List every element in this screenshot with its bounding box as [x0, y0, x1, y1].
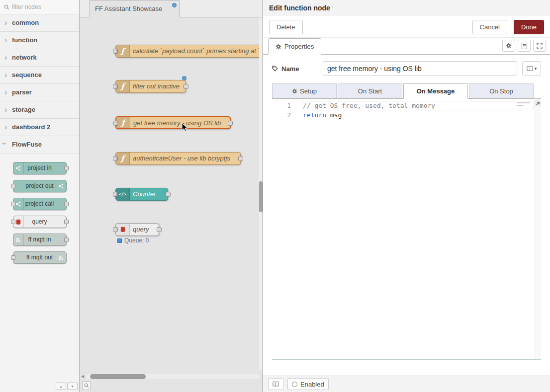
output-port[interactable]: [64, 202, 69, 206]
book-icon: [527, 66, 533, 72]
enabled-toggle[interactable]: Enabled: [287, 378, 329, 390]
palette-node-query[interactable]: query: [13, 216, 67, 228]
palette-category-flowfuse[interactable]: › FlowFuse: [0, 136, 79, 154]
palette-node-ff-mqtt-in[interactable]: ff mqtt in: [13, 234, 67, 246]
unsaved-changes-dot: [172, 3, 177, 7]
input-port[interactable]: [11, 184, 15, 188]
node-appearance-button[interactable]: [533, 40, 546, 52]
code-comment: // get OS free, used, total memory: [291, 101, 435, 110]
expand-editor-button[interactable]: [535, 100, 541, 106]
output-port[interactable]: [64, 237, 69, 242]
vertical-scrollbar[interactable]: [259, 17, 263, 370]
palette-flowfuse-nodes: project in project out project call quer…: [0, 154, 79, 273]
chevron-up-icon: ▴: [60, 385, 62, 389]
name-input[interactable]: [323, 61, 517, 76]
edit-dialog: Edit function node Delete Cancel Done Pr…: [263, 0, 550, 392]
flow-node-calculate-primes[interactable]: ƒ calculate `payload.count` primes start…: [115, 45, 263, 58]
cancel-button[interactable]: Cancel: [472, 20, 507, 34]
project-share-icon: [13, 162, 24, 174]
palette-category-label: function: [12, 36, 37, 44]
output-port[interactable]: [166, 192, 171, 197]
editor-scrollbar[interactable]: [534, 99, 541, 359]
output-port[interactable]: [64, 166, 69, 170]
function-editor-tabs: Setup On Start On Message On Stop: [272, 83, 541, 99]
mqtt-broadcast-icon: [56, 252, 66, 263]
expand-frame-icon: [537, 43, 543, 49]
gear-icon: [292, 88, 297, 94]
function-icon: ƒ: [116, 80, 130, 92]
palette-expand-all-button[interactable]: ▾: [67, 383, 78, 390]
palette-node-project-out[interactable]: project out: [13, 180, 67, 192]
database-icon: [13, 216, 24, 228]
output-port[interactable]: [238, 156, 243, 161]
flow-node-filter-out-inactive[interactable]: ƒ filter out inactive: [115, 80, 186, 93]
dialog-footer: Enabled: [263, 376, 550, 392]
tab-on-start[interactable]: On Start: [338, 83, 402, 98]
output-port[interactable]: [157, 227, 162, 232]
delete-button[interactable]: Delete: [269, 20, 303, 34]
palette-category-label: storage: [12, 106, 35, 113]
function-icon: ƒ: [116, 117, 130, 128]
horizontal-scrollbar-thumb[interactable]: [90, 374, 146, 379]
palette-collapse-all-button[interactable]: ▴: [56, 383, 66, 390]
palette-category-storage[interactable]: › storage: [0, 101, 79, 119]
done-button[interactable]: Done: [514, 20, 544, 34]
node-description-button[interactable]: [518, 40, 531, 52]
flow-canvas[interactable]: FF Assistant Showcase ƒ calculate `paylo…: [80, 0, 263, 392]
tab-on-message[interactable]: On Message: [403, 83, 468, 99]
code-editor[interactable]: 1 // get OS free, used, total memory 2 r…: [272, 99, 541, 360]
palette-category-dashboard2[interactable]: › dashboard 2: [0, 119, 79, 136]
tab-properties[interactable]: Properties: [268, 38, 321, 55]
node-changed-dot: [182, 76, 186, 80]
output-port[interactable]: [228, 121, 233, 126]
palette-node-label: query: [32, 218, 47, 225]
search-icon: [4, 4, 9, 10]
palette-category-common[interactable]: › common: [0, 14, 79, 32]
dialog-tabbar: Properties: [263, 38, 550, 55]
palette-category-sequence[interactable]: › sequence: [0, 67, 79, 84]
palette-node-project-in[interactable]: project in: [13, 162, 67, 174]
node-label: authenticateUser - use lib bcryptjs: [133, 153, 238, 164]
palette-category-label: FlowFuse: [12, 141, 42, 148]
palette-category-label: common: [12, 19, 39, 26]
output-port[interactable]: [183, 84, 188, 89]
vertical-scrollbar-thumb[interactable]: [259, 181, 263, 212]
flow-node-query[interactable]: query: [115, 223, 159, 236]
palette-category-parser[interactable]: › parser: [0, 84, 79, 101]
tag-icon: [272, 66, 278, 72]
flow-node-authenticate-user[interactable]: ƒ authenticateUser - use lib bcryptjs: [115, 152, 241, 165]
tab-on-stop[interactable]: On Stop: [469, 83, 534, 98]
palette-category-function[interactable]: › function: [0, 32, 79, 49]
horizontal-scrollbar[interactable]: [86, 374, 260, 379]
code-lines: 1 // get OS free, used, total memory 2 r…: [272, 99, 541, 120]
caret-down-icon: ▾: [535, 66, 537, 71]
dialog-toolbar: Delete Cancel Done: [263, 16, 550, 38]
chevron-right-icon: ›: [4, 119, 7, 136]
tab-setup[interactable]: Setup: [272, 83, 337, 98]
gear-icon: [275, 44, 281, 50]
scroll-left-arrow[interactable]: ◀: [81, 374, 84, 379]
library-button[interactable]: [268, 378, 283, 390]
toggle-circle-icon: [292, 382, 297, 387]
node-label: Counter: [133, 188, 166, 200]
flow-node-get-free-memory[interactable]: ƒ get free memory - using OS lib: [115, 116, 231, 129]
tab-on-stop-label: On Stop: [489, 87, 513, 95]
node-settings-button[interactable]: [502, 40, 515, 52]
template-icon: </>: [116, 188, 130, 200]
palette-category-label: dashboard 2: [12, 123, 50, 131]
workspace-tab[interactable]: FF Assistant Showcase: [90, 0, 180, 17]
palette-node-ff-mqtt-out[interactable]: ff mqtt out: [13, 251, 67, 264]
line-number: 1: [272, 101, 291, 110]
output-port[interactable]: [64, 220, 69, 224]
palette-category-network[interactable]: › network: [0, 49, 79, 67]
palette-search-input[interactable]: [12, 0, 76, 14]
line-number: 2: [272, 110, 291, 120]
flow-node-counter[interactable]: </> Counter: [115, 188, 168, 201]
palette-node-project-call[interactable]: project call: [13, 198, 67, 210]
palette-sidebar: › common › function › network › sequence…: [0, 0, 80, 392]
input-port[interactable]: [11, 255, 15, 260]
canvas-navigator-button[interactable]: [82, 381, 91, 390]
library-dropdown-button[interactable]: ▾: [522, 61, 541, 76]
node-red-editor: › common › function › network › sequence…: [0, 0, 550, 392]
dialog-title: Edit function node: [263, 0, 550, 16]
